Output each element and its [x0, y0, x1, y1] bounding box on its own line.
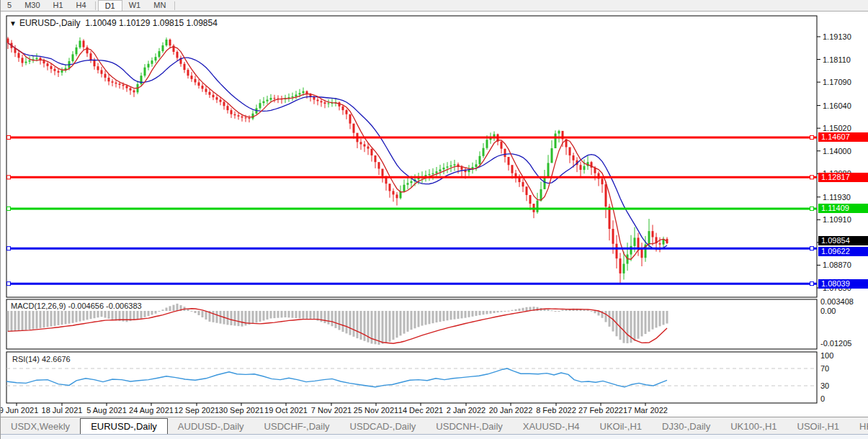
- status-bar: [1, 434, 868, 439]
- macd-histogram-bar: [425, 311, 427, 325]
- macd-histogram-bar: [663, 311, 665, 325]
- macd-histogram-bar: [79, 311, 81, 322]
- macd-histogram-bar: [54, 311, 56, 326]
- rsi-indicator-label: RSI(14) 42.6676: [12, 355, 71, 363]
- tab-usdcnh-daily[interactable]: USDCNH-,Daily: [426, 419, 512, 434]
- rsi-value: 42.6676: [42, 355, 71, 363]
- macd-histogram-bar: [364, 311, 366, 341]
- tab-usdcad-daily[interactable]: USDCAD-,Daily: [340, 419, 426, 434]
- line-handle[interactable]: [7, 135, 11, 139]
- candle-body: [389, 184, 391, 191]
- candle-body: [479, 156, 481, 164]
- line-handle[interactable]: [810, 207, 814, 210]
- tab-usoil-h1[interactable]: USOil-,H1: [787, 419, 850, 434]
- macd-histogram-bar: [238, 311, 240, 326]
- candle-body: [601, 178, 604, 184]
- line-handle[interactable]: [810, 282, 814, 286]
- candle-body: [130, 88, 132, 90]
- candle-body: [212, 95, 215, 97]
- candle-body: [630, 246, 632, 255]
- macd-histogram-bar: [29, 311, 31, 330]
- macd-histogram-bar: [486, 311, 488, 314]
- macd-histogram-bar: [619, 311, 622, 340]
- macd-histogram-bar: [68, 311, 71, 324]
- macd-histogram-bar: [666, 311, 668, 324]
- time-axis-label: 2 Jan 2022: [447, 406, 486, 415]
- price-tick-label: 1.16040: [823, 101, 851, 110]
- candle-body: [367, 147, 370, 149]
- macd-histogram-bar: [421, 311, 424, 326]
- macd-histogram-bar: [504, 311, 506, 312]
- time-axis-label: 7 Nov 2021: [311, 406, 352, 415]
- macd-value-2: -0.006383: [106, 302, 142, 310]
- macd-histogram-bar: [137, 311, 139, 320]
- line-handle[interactable]: [7, 282, 11, 286]
- tab-audusd-daily[interactable]: AUDUSD-,Daily: [168, 419, 254, 434]
- tab-eurusd-daily[interactable]: EURUSD-,Daily: [80, 418, 168, 434]
- candle-body: [158, 51, 161, 57]
- macd-histogram-bar: [252, 311, 254, 324]
- candle-body: [184, 64, 186, 70]
- price-tick-label: 1.11930: [823, 193, 851, 202]
- candle-body: [432, 173, 434, 174]
- candle-body: [529, 195, 532, 204]
- tab-hk50-h1[interactable]: HK50-,H1: [849, 419, 868, 434]
- candle-body: [220, 100, 222, 102]
- macd-histogram-bar: [605, 311, 607, 322]
- candle-body: [393, 191, 395, 194]
- rsi-line: [6, 368, 667, 387]
- candle-body: [191, 76, 193, 79]
- macd-histogram-bar: [461, 311, 463, 318]
- candle-body: [522, 182, 524, 186]
- time-axis-label: 25 Nov 2021: [354, 406, 398, 415]
- line-handle[interactable]: [7, 176, 11, 179]
- macd-histogram-bar: [263, 311, 265, 320]
- line-handle[interactable]: [7, 207, 11, 210]
- candle-body: [526, 186, 528, 195]
- candle-body: [58, 71, 60, 73]
- candle-body: [616, 244, 618, 258]
- candle-body: [29, 60, 31, 62]
- macd-histogram-bar: [303, 311, 305, 319]
- macd-histogram-bar: [396, 311, 398, 338]
- tab-ukoil-h1[interactable]: UKOil-,H1: [590, 419, 653, 434]
- candle-body: [295, 94, 297, 96]
- candle-body: [436, 171, 438, 173]
- tab-dj30-daily[interactable]: DJ30-,Daily: [652, 419, 720, 434]
- macd-histogram-bar: [292, 311, 294, 318]
- ma-fast-line: [8, 43, 667, 260]
- macd-histogram-bar: [418, 311, 420, 327]
- macd-histogram-bar: [158, 311, 161, 312]
- macd-histogram-bar: [555, 311, 557, 312]
- macd-histogram-bar: [205, 311, 207, 320]
- line-handle[interactable]: [810, 176, 814, 179]
- tab-usdchf-daily[interactable]: USDCHF-,Daily: [254, 419, 340, 434]
- macd-histogram-bar: [594, 311, 596, 313]
- rsi-axis-label: 100: [820, 351, 833, 360]
- time-axis-label: 14 Dec 2021: [398, 406, 443, 415]
- macd-histogram-bar: [169, 306, 171, 311]
- macd-histogram-bar: [47, 311, 49, 327]
- candle-body: [403, 185, 406, 191]
- chart-canvas[interactable]: [1, 0, 868, 439]
- tab-xauusd-h4[interactable]: XAUUSD-,H4: [513, 419, 590, 434]
- candle-body: [623, 264, 625, 273]
- candle-body: [328, 104, 330, 104]
- macd-histogram-bar: [212, 311, 215, 322]
- candle-body: [648, 231, 650, 245]
- macd-histogram-bar: [83, 311, 85, 320]
- chart-dropdown-icon[interactable]: ▼: [9, 19, 17, 27]
- line-handle[interactable]: [7, 247, 11, 250]
- candle-body: [238, 115, 240, 117]
- macd-histogram-bar: [328, 311, 330, 325]
- candle-body: [162, 45, 164, 51]
- macd-histogram-bar: [385, 311, 388, 343]
- tab-usdx-weekly[interactable]: USDX,Weekly: [1, 419, 80, 434]
- macd-histogram-bar: [61, 311, 63, 325]
- candle-body: [475, 164, 478, 167]
- tab-uk100-h1[interactable]: UK100-,H1: [720, 419, 787, 434]
- line-handle[interactable]: [810, 247, 814, 250]
- macd-histogram-bar: [465, 311, 467, 318]
- macd-histogram-bar: [515, 309, 517, 311]
- line-handle[interactable]: [810, 135, 814, 139]
